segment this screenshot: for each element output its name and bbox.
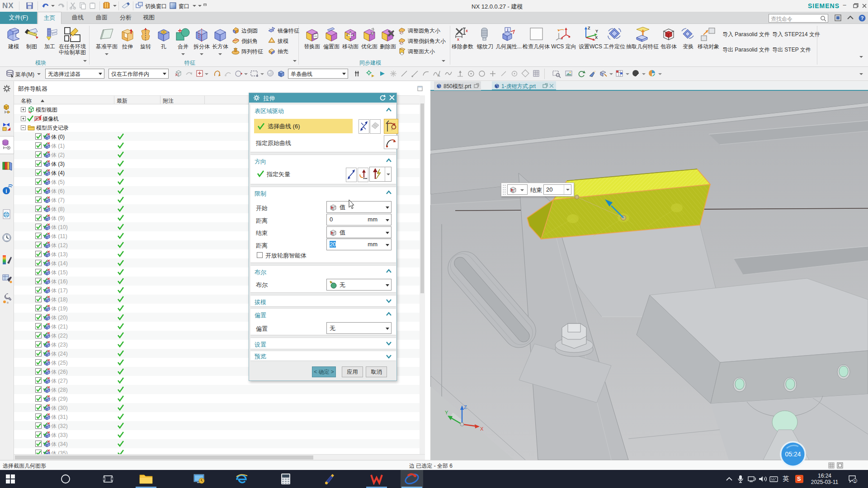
svg-text:x: x <box>466 28 468 33</box>
svg-text:x: x <box>457 37 459 42</box>
svg-text:i: i <box>507 28 509 32</box>
svg-text:?: ? <box>861 15 864 21</box>
svg-text:Y: Y <box>445 410 448 415</box>
svg-text:1: 1 <box>854 479 856 483</box>
svg-text:X: X <box>480 426 484 432</box>
svg-text:Z: Z <box>588 26 590 30</box>
svg-text:A: A <box>438 74 440 78</box>
svg-text:X: X <box>595 35 598 40</box>
svg-text:Y: Y <box>595 29 598 33</box>
svg-text:i: i <box>5 188 7 194</box>
svg-text:05:24: 05:24 <box>785 450 801 458</box>
svg-text:Z: Z <box>464 404 467 410</box>
